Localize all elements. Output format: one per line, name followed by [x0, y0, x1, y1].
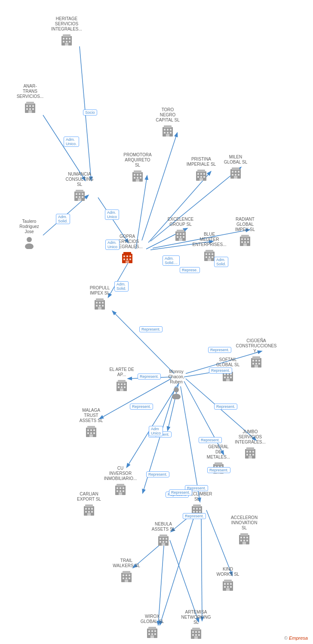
svg-rect-245 [129, 574, 130, 576]
svg-rect-275 [198, 634, 200, 636]
node-toronegro[interactable]: TORONEGROCAPITAL SL [150, 107, 185, 139]
svg-rect-152 [227, 374, 229, 375]
edge-label: Represent. [199, 437, 222, 443]
svg-rect-225 [160, 538, 161, 540]
svg-rect-255 [224, 586, 226, 588]
svg-rect-230 [166, 541, 167, 543]
node-numancia[interactable]: NUMANCIACONSULTINGSL [62, 172, 97, 204]
node-wirox[interactable]: WIROXGLOBAL SL [135, 614, 169, 641]
node-kindworks[interactable]: KINDWORKS SL [211, 567, 245, 593]
svg-point-167 [174, 387, 179, 392]
node-tauleroj[interactable]: TauleroRodriguezJose [12, 219, 46, 251]
node-malagat[interactable]: MALAGATRUSTASSETS SL [74, 408, 108, 440]
svg-rect-118 [177, 236, 178, 238]
node-icon-toronegro [161, 124, 175, 139]
node-monroy[interactable]: MonroyChacon,Ruben [159, 369, 193, 401]
svg-rect-209 [91, 508, 93, 510]
edge-label: Adm.Unico. [64, 137, 79, 147]
node-pristina[interactable]: PRISTINAIMPERIALE SL [184, 157, 218, 183]
node-elarted[interactable]: EL ARTE DEAP... [104, 367, 139, 394]
node-icon-carlian [82, 503, 96, 518]
node-nebula[interactable]: NEBULAASSETS SL [146, 522, 181, 548]
svg-rect-36 [66, 41, 68, 43]
node-carlian[interactable]: CARLIANEXPORT SL [72, 492, 106, 518]
svg-rect-64 [123, 258, 125, 260]
svg-rect-182 [252, 451, 254, 453]
svg-rect-124 [206, 253, 207, 255]
graph-container: HERITAGESERVICIOSINTEGRALES... ANAR-TRAN… [0, 0, 313, 644]
svg-rect-45 [29, 108, 31, 110]
node-gopra[interactable]: GOPRASERVICIOSINTEGRALES... [110, 234, 144, 266]
svg-rect-112 [234, 176, 237, 179]
node-label-propull: PROPULLIMPEX SL [90, 286, 110, 296]
node-jumbo[interactable]: JUMBOSERVICIOSINTEGRALES... [233, 429, 267, 461]
svg-rect-142 [252, 360, 254, 361]
svg-rect-166 [120, 389, 123, 391]
node-label-jumbo: JUMBOSERVICIOSINTEGRALES... [235, 429, 266, 445]
node-trailwalkers[interactable]: TRAILWALKERS SL [109, 558, 144, 585]
node-icon-cuinversor [114, 482, 127, 498]
svg-rect-105 [232, 167, 239, 170]
svg-rect-146 [255, 363, 257, 365]
node-label-numancia: NUMANCIACONSULTINGSL [66, 172, 94, 187]
svg-rect-70 [96, 302, 98, 304]
node-icon-propull [93, 297, 107, 312]
node-promotora[interactable]: PROMOTORAARQUIRETOSL [120, 152, 155, 184]
svg-rect-69 [96, 298, 104, 301]
svg-rect-40 [26, 102, 34, 104]
svg-rect-252 [224, 583, 226, 585]
svg-rect-85 [166, 134, 169, 137]
svg-rect-49 [76, 190, 83, 192]
svg-rect-84 [170, 132, 172, 134]
node-artemisa[interactable]: ARTEMISANETWORKINGSL [179, 610, 213, 641]
svg-rect-31 [63, 34, 71, 37]
svg-rect-136 [241, 241, 243, 243]
node-label-bluemediter: BLUEMEDITERENTERPRISES... [193, 232, 227, 247]
svg-rect-81 [170, 129, 172, 131]
svg-rect-177 [89, 434, 93, 437]
svg-rect-185 [252, 454, 254, 456]
svg-rect-217 [196, 508, 198, 510]
node-icon-heritage [60, 33, 74, 48]
svg-rect-207 [85, 508, 87, 510]
svg-rect-42 [29, 105, 31, 107]
svg-rect-123 [206, 250, 213, 252]
svg-rect-248 [129, 577, 130, 579]
node-acceleron[interactable]: ACCELERONINNOVATIONSL [227, 515, 261, 547]
svg-rect-62 [126, 255, 128, 257]
node-icon-artemisa [189, 626, 203, 641]
svg-rect-273 [192, 634, 194, 636]
svg-rect-237 [240, 540, 242, 541]
svg-rect-135 [247, 238, 249, 240]
svg-rect-247 [126, 577, 127, 579]
svg-rect-141 [252, 356, 260, 359]
node-propull[interactable]: PROPULLIMPEX SL [83, 286, 117, 312]
svg-rect-61 [123, 255, 125, 257]
svg-rect-106 [232, 171, 233, 173]
node-label-malagat: MALAGATRUSTASSETS SL [80, 408, 103, 423]
node-anartrans[interactable]: ANAR-TRANSSERVICIOS... [13, 84, 47, 115]
svg-rect-183 [246, 454, 248, 456]
svg-rect-43 [32, 105, 34, 107]
node-cuinversor[interactable]: CUINVERSORINMOBILIARIO... [103, 466, 138, 498]
svg-rect-267 [150, 635, 154, 638]
svg-rect-109 [232, 174, 233, 176]
svg-rect-55 [82, 196, 83, 198]
node-label-promotora: PROMOTORAARQUIRETOSL [123, 152, 151, 168]
node-heritage[interactable]: HERITAGESERVICIOSINTEGRALES... [49, 16, 84, 48]
edge-label: Represent. [139, 326, 163, 332]
svg-rect-171 [87, 429, 89, 431]
svg-rect-115 [177, 233, 178, 235]
svg-rect-159 [118, 380, 126, 383]
node-milen[interactable]: MILENGLOBAL SL [218, 155, 253, 181]
svg-rect-111 [238, 174, 239, 176]
svg-line-22 [181, 386, 200, 501]
svg-rect-228 [160, 541, 161, 543]
node-icon-numancia [73, 188, 86, 204]
node-label-milen: MILENGLOBAL SL [224, 155, 248, 165]
node-label-radiant: RADIANTGLOBALIMPEX SL [235, 217, 255, 232]
svg-rect-126 [212, 253, 213, 255]
edge-label: Represent. [169, 489, 192, 495]
svg-rect-107 [235, 171, 236, 173]
node-radiant[interactable]: RADIANTGLOBALIMPEX SL [228, 217, 262, 249]
